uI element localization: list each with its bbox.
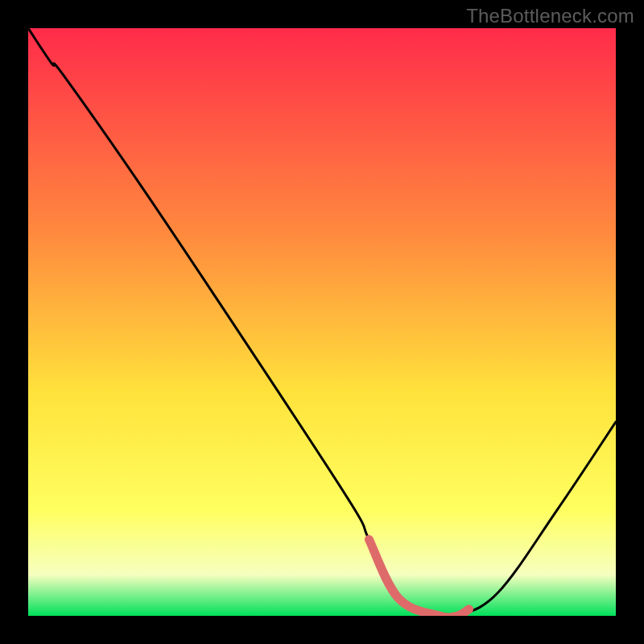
gradient-background (28, 28, 616, 616)
plot-area (28, 28, 616, 616)
bottleneck-chart (28, 28, 616, 616)
chart-frame: TheBottleneck.com (0, 0, 644, 644)
watermark-text: TheBottleneck.com (466, 5, 634, 27)
